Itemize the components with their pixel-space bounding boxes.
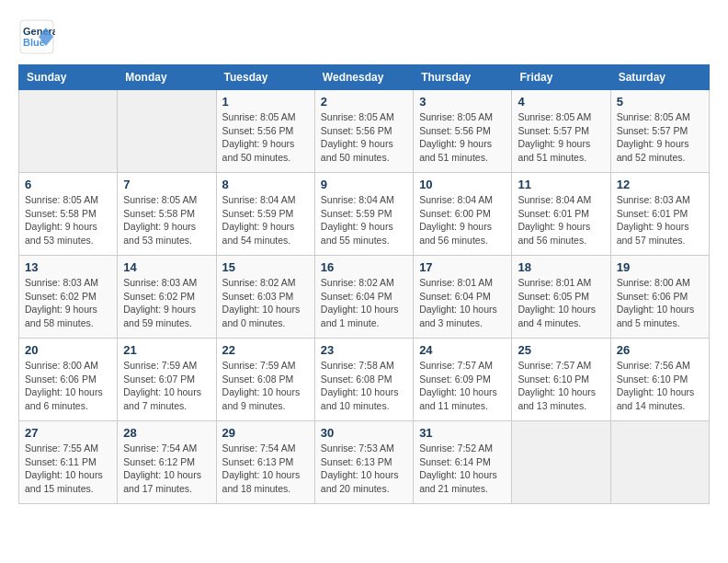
- calendar-cell: 12Sunrise: 8:03 AM Sunset: 6:01 PM Dayli…: [610, 173, 709, 256]
- calendar-cell: 10Sunrise: 8:04 AM Sunset: 6:00 PM Dayli…: [414, 173, 512, 256]
- day-number: 12: [617, 178, 703, 191]
- day-info: Sunrise: 8:00 AM Sunset: 6:06 PM Dayligh…: [617, 276, 703, 330]
- calendar-cell: 3Sunrise: 8:05 AM Sunset: 5:56 PM Daylig…: [414, 90, 512, 173]
- calendar-cell: [512, 421, 610, 504]
- day-info: Sunrise: 7:59 AM Sunset: 6:08 PM Dayligh…: [222, 359, 309, 413]
- header-day-thursday: Thursday: [414, 65, 512, 90]
- day-info: Sunrise: 7:57 AM Sunset: 6:09 PM Dayligh…: [419, 359, 506, 413]
- calendar-cell: 22Sunrise: 7:59 AM Sunset: 6:08 PM Dayli…: [216, 339, 314, 421]
- calendar-cell: 30Sunrise: 7:53 AM Sunset: 6:13 PM Dayli…: [314, 421, 413, 504]
- day-info: Sunrise: 7:54 AM Sunset: 6:12 PM Dayligh…: [123, 442, 210, 496]
- day-info: Sunrise: 7:59 AM Sunset: 6:07 PM Dayligh…: [123, 359, 210, 413]
- day-number: 8: [222, 178, 309, 191]
- calendar-cell: 13Sunrise: 8:03 AM Sunset: 6:02 PM Dayli…: [19, 256, 118, 339]
- calendar-cell: 15Sunrise: 8:02 AM Sunset: 6:03 PM Dayli…: [216, 256, 314, 339]
- calendar-cell: 28Sunrise: 7:54 AM Sunset: 6:12 PM Dayli…: [118, 421, 216, 504]
- calendar-body: 1Sunrise: 8:05 AM Sunset: 5:56 PM Daylig…: [19, 90, 710, 504]
- day-number: 23: [321, 343, 407, 357]
- day-info: Sunrise: 7:53 AM Sunset: 6:13 PM Dayligh…: [321, 442, 407, 496]
- calendar-cell: 27Sunrise: 7:55 AM Sunset: 6:11 PM Dayli…: [19, 421, 118, 504]
- day-number: 18: [518, 260, 604, 274]
- calendar-cell: 6Sunrise: 8:05 AM Sunset: 5:58 PM Daylig…: [19, 173, 118, 256]
- calendar-table: SundayMondayTuesdayWednesdayThursdayFrid…: [18, 64, 710, 504]
- day-info: Sunrise: 8:01 AM Sunset: 6:04 PM Dayligh…: [419, 276, 506, 330]
- calendar-cell: 1Sunrise: 8:05 AM Sunset: 5:56 PM Daylig…: [216, 90, 314, 173]
- day-info: Sunrise: 8:05 AM Sunset: 5:57 PM Dayligh…: [518, 110, 604, 165]
- day-info: Sunrise: 8:04 AM Sunset: 6:00 PM Dayligh…: [419, 193, 506, 247]
- day-number: 10: [419, 178, 506, 191]
- week-row-2: 6Sunrise: 8:05 AM Sunset: 5:58 PM Daylig…: [19, 173, 710, 256]
- page-header: General Blue: [18, 18, 710, 55]
- day-number: 5: [617, 95, 703, 109]
- day-number: 28: [123, 426, 210, 440]
- day-info: Sunrise: 8:04 AM Sunset: 6:01 PM Dayligh…: [518, 193, 604, 247]
- calendar-cell: 24Sunrise: 7:57 AM Sunset: 6:09 PM Dayli…: [414, 339, 512, 421]
- day-number: 25: [518, 343, 604, 357]
- day-info: Sunrise: 7:58 AM Sunset: 6:08 PM Dayligh…: [321, 359, 407, 413]
- day-info: Sunrise: 8:05 AM Sunset: 5:56 PM Dayligh…: [222, 110, 309, 165]
- calendar-cell: 26Sunrise: 7:56 AM Sunset: 6:10 PM Dayli…: [610, 339, 709, 421]
- day-info: Sunrise: 7:54 AM Sunset: 6:13 PM Dayligh…: [222, 442, 309, 496]
- day-number: 9: [321, 178, 407, 191]
- calendar-cell: 14Sunrise: 8:03 AM Sunset: 6:02 PM Dayli…: [118, 256, 216, 339]
- header-day-friday: Friday: [512, 65, 610, 90]
- day-info: Sunrise: 7:55 AM Sunset: 6:11 PM Dayligh…: [25, 442, 111, 496]
- day-info: Sunrise: 8:04 AM Sunset: 5:59 PM Dayligh…: [321, 193, 407, 247]
- day-number: 13: [25, 260, 111, 274]
- calendar-cell: 16Sunrise: 8:02 AM Sunset: 6:04 PM Dayli…: [314, 256, 413, 339]
- header-day-tuesday: Tuesday: [216, 65, 314, 90]
- header-day-saturday: Saturday: [610, 65, 709, 90]
- day-number: 22: [222, 343, 309, 357]
- calendar-cell: 29Sunrise: 7:54 AM Sunset: 6:13 PM Dayli…: [216, 421, 314, 504]
- week-row-4: 20Sunrise: 8:00 AM Sunset: 6:06 PM Dayli…: [19, 339, 710, 421]
- calendar-cell: 9Sunrise: 8:04 AM Sunset: 5:59 PM Daylig…: [314, 173, 413, 256]
- week-row-1: 1Sunrise: 8:05 AM Sunset: 5:56 PM Daylig…: [19, 90, 710, 173]
- day-info: Sunrise: 8:03 AM Sunset: 6:02 PM Dayligh…: [25, 276, 111, 330]
- day-info: Sunrise: 8:04 AM Sunset: 5:59 PM Dayligh…: [222, 193, 309, 247]
- logo: General Blue: [18, 18, 55, 55]
- calendar-cell: 20Sunrise: 8:00 AM Sunset: 6:06 PM Dayli…: [19, 339, 118, 421]
- header-day-wednesday: Wednesday: [314, 65, 413, 90]
- calendar-cell: 18Sunrise: 8:01 AM Sunset: 6:05 PM Dayli…: [512, 256, 610, 339]
- day-number: 16: [321, 260, 407, 274]
- day-info: Sunrise: 8:05 AM Sunset: 5:57 PM Dayligh…: [617, 110, 703, 165]
- day-info: Sunrise: 8:02 AM Sunset: 6:04 PM Dayligh…: [321, 276, 407, 330]
- day-number: 15: [222, 260, 309, 274]
- day-number: 21: [123, 343, 210, 357]
- calendar-cell: 7Sunrise: 8:05 AM Sunset: 5:58 PM Daylig…: [118, 173, 216, 256]
- day-number: 30: [321, 426, 407, 440]
- day-number: 11: [518, 178, 604, 191]
- day-number: 7: [123, 178, 210, 191]
- calendar-cell: 5Sunrise: 8:05 AM Sunset: 5:57 PM Daylig…: [610, 90, 709, 173]
- day-number: 1: [222, 95, 309, 109]
- day-info: Sunrise: 8:05 AM Sunset: 5:58 PM Dayligh…: [123, 193, 210, 247]
- calendar-cell: 11Sunrise: 8:04 AM Sunset: 6:01 PM Dayli…: [512, 173, 610, 256]
- day-number: 2: [321, 95, 407, 109]
- day-info: Sunrise: 8:05 AM Sunset: 5:58 PM Dayligh…: [25, 193, 111, 247]
- day-info: Sunrise: 8:05 AM Sunset: 5:56 PM Dayligh…: [419, 110, 506, 165]
- day-number: 19: [617, 260, 703, 274]
- day-info: Sunrise: 8:05 AM Sunset: 5:56 PM Dayligh…: [321, 110, 407, 165]
- calendar-cell: 23Sunrise: 7:58 AM Sunset: 6:08 PM Dayli…: [314, 339, 413, 421]
- day-number: 3: [419, 95, 506, 109]
- day-number: 14: [123, 260, 210, 274]
- calendar-cell: 19Sunrise: 8:00 AM Sunset: 6:06 PM Dayli…: [610, 256, 709, 339]
- week-row-3: 13Sunrise: 8:03 AM Sunset: 6:02 PM Dayli…: [19, 256, 710, 339]
- day-number: 6: [25, 178, 111, 191]
- calendar-header: SundayMondayTuesdayWednesdayThursdayFrid…: [19, 65, 710, 90]
- calendar-cell: 31Sunrise: 7:52 AM Sunset: 6:14 PM Dayli…: [414, 421, 512, 504]
- day-number: 31: [419, 426, 506, 440]
- day-number: 29: [222, 426, 309, 440]
- header-day-monday: Monday: [118, 65, 216, 90]
- day-info: Sunrise: 8:03 AM Sunset: 6:01 PM Dayligh…: [617, 193, 703, 247]
- calendar-cell: 4Sunrise: 8:05 AM Sunset: 5:57 PM Daylig…: [512, 90, 610, 173]
- header-day-sunday: Sunday: [19, 65, 118, 90]
- logo-icon: General Blue: [18, 18, 55, 55]
- week-row-5: 27Sunrise: 7:55 AM Sunset: 6:11 PM Dayli…: [19, 421, 710, 504]
- calendar-cell: [118, 90, 216, 173]
- calendar-cell: 25Sunrise: 7:57 AM Sunset: 6:10 PM Dayli…: [512, 339, 610, 421]
- day-info: Sunrise: 8:00 AM Sunset: 6:06 PM Dayligh…: [25, 359, 111, 413]
- day-number: 20: [25, 343, 111, 357]
- day-number: 24: [419, 343, 506, 357]
- day-number: 26: [617, 343, 703, 357]
